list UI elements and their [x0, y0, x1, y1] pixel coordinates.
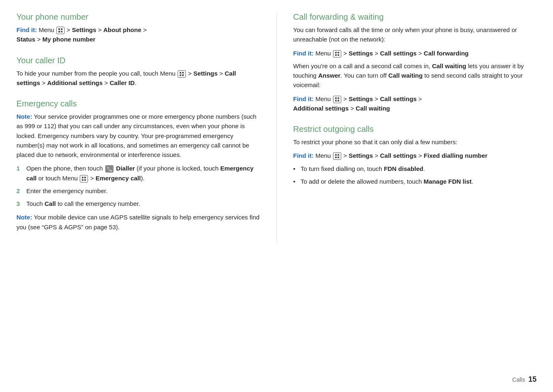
- find-it-waiting: Find it: Menu > Settings > Call settings…: [293, 94, 537, 113]
- bullet-2-text: To add or delete the allowed numbers, to…: [301, 177, 473, 186]
- section-call-forwarding-title: Call forwarding & waiting: [293, 12, 537, 22]
- bullet-1: • To turn fixed dialling on, touch FDN d…: [293, 164, 537, 173]
- find-label: Find it:: [16, 26, 37, 33]
- svg-rect-15: [338, 54, 339, 56]
- call-forwarding-intro: You can forward calls all the time or on…: [293, 25, 537, 44]
- svg-rect-1: [61, 28, 62, 30]
- svg-rect-4: [180, 72, 181, 74]
- svg-rect-14: [335, 54, 337, 56]
- bullet-2: • To add or delete the allowed numbers, …: [293, 177, 537, 186]
- find-it-restrict: Find it: Menu > Settings > Call settings…: [293, 151, 537, 160]
- menu-icon-4: [333, 50, 341, 58]
- svg-rect-12: [335, 52, 337, 53]
- svg-rect-16: [335, 97, 337, 99]
- step-3: 3 Touch Call to call the emergency numbe…: [16, 199, 260, 208]
- bullet-1-text: To turn fixed dialling on, touch FDN dis…: [301, 164, 425, 173]
- svg-rect-21: [338, 154, 339, 156]
- section-caller-id-title: Your caller ID: [16, 56, 260, 65]
- svg-rect-22: [335, 157, 337, 158]
- note-label-1: Note:: [16, 113, 32, 120]
- section-caller-id: Your caller ID To hide your number from …: [16, 56, 260, 88]
- page-footer: Calls 15: [512, 375, 537, 384]
- menu-icon-2: [178, 70, 186, 78]
- svg-rect-23: [338, 157, 339, 158]
- section-emergency-title: Emergency calls: [16, 99, 260, 108]
- step-2-num: 2: [16, 186, 23, 196]
- svg-rect-17: [338, 97, 339, 99]
- dialler-icon: [105, 165, 113, 173]
- step-1-text: Open the phone, then touch Dialler (if y…: [26, 164, 260, 183]
- section-call-forwarding: Call forwarding & waiting You can forwar…: [293, 12, 537, 113]
- menu-icon-5: [333, 96, 341, 103]
- restrict-intro: To restrict your phone so that it can on…: [293, 137, 537, 147]
- find-it-forwarding: Find it: Menu > Settings > Call settings…: [293, 48, 537, 58]
- emergency-steps: 1 Open the phone, then touch Dialler (if…: [16, 164, 260, 208]
- svg-rect-7: [182, 74, 184, 76]
- find-label-forwarding: Find it:: [293, 50, 314, 57]
- svg-rect-9: [84, 177, 86, 178]
- bullet-dot-1: •: [293, 164, 297, 173]
- step-2: 2 Enter the emergency number.: [16, 186, 260, 196]
- call-waiting-body: When you’re on a call and a second call …: [293, 61, 537, 90]
- restrict-bullets: • To turn fixed dialling on, touch FDN d…: [293, 164, 537, 187]
- step-3-text: Touch Call to call the emergency number.: [26, 199, 140, 208]
- svg-rect-2: [58, 31, 60, 32]
- menu-icon-1: [56, 27, 65, 34]
- find-label-waiting: Find it:: [293, 95, 314, 102]
- svg-rect-20: [335, 154, 337, 156]
- svg-rect-6: [180, 74, 181, 76]
- column-divider: [276, 12, 277, 243]
- step-2-text: Enter the emergency number.: [26, 186, 108, 196]
- step-3-num: 3: [16, 199, 23, 208]
- footer-label: Calls: [512, 376, 525, 383]
- find-label-restrict: Find it:: [293, 152, 314, 159]
- emergency-note: Note: Your service provider programmes o…: [16, 112, 260, 159]
- section-restrict-title: Restrict outgoing calls: [293, 125, 537, 134]
- note-label-2: Note:: [16, 214, 32, 221]
- section-phone-number-title: Your phone number: [16, 12, 260, 22]
- svg-rect-10: [82, 179, 83, 181]
- menu-icon-6: [333, 152, 341, 160]
- svg-rect-3: [61, 31, 62, 32]
- svg-rect-19: [338, 100, 339, 101]
- section-phone-number: Your phone number Find it: Menu > Settin…: [16, 12, 260, 44]
- page-content: Your phone number Find it: Menu > Settin…: [0, 0, 553, 260]
- step-1: 1 Open the phone, then touch Dialler (if…: [16, 164, 260, 183]
- section-emergency-calls: Emergency calls Note: Your service provi…: [16, 99, 260, 232]
- svg-rect-0: [58, 28, 60, 30]
- section-restrict-calls: Restrict outgoing calls To restrict your…: [293, 125, 537, 186]
- svg-rect-5: [182, 72, 184, 74]
- svg-rect-8: [82, 177, 83, 178]
- svg-rect-11: [84, 179, 86, 181]
- step-1-num: 1: [16, 164, 23, 183]
- caller-id-body: To hide your number from the people you …: [16, 69, 260, 88]
- find-it-phone-number: Find it: Menu > Settings > About phone >…: [16, 25, 260, 44]
- svg-rect-18: [335, 100, 337, 101]
- footer-page-number: 15: [528, 375, 537, 384]
- bullet-dot-2: •: [293, 177, 297, 186]
- menu-icon-3: [80, 175, 88, 182]
- svg-rect-13: [338, 52, 339, 53]
- emergency-note2: Note: Your mobile device can use AGPS sa…: [16, 212, 260, 232]
- right-column: Call forwarding & waiting You can forwar…: [293, 12, 537, 243]
- left-column: Your phone number Find it: Menu > Settin…: [16, 12, 260, 243]
